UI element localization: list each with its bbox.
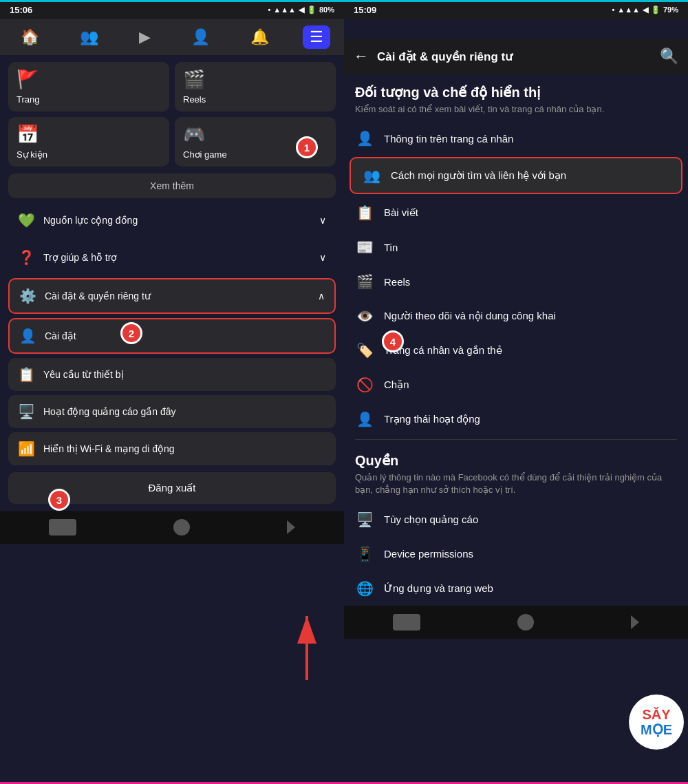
settings-list-2: 🖥️ Tùy chọn quảng cáo 📱 Device permissio… [344, 502, 688, 606]
caidat-label: Cài đặt [45, 330, 76, 341]
section-permissions-desc: Quản lý thông tin nào mà Facebook có thể… [355, 472, 677, 496]
android-square-btn-right[interactable] [393, 614, 420, 631]
wifi-label: Hiển thị Wi-Fi & mạng di động [43, 443, 175, 454]
baiviet-icon: 📋 [355, 204, 374, 221]
nav-menu[interactable]: ☰ [303, 25, 330, 49]
left-arrows-svg [0, 544, 344, 784]
watermark: SĂY MỌE [629, 695, 684, 750]
reels-label: Reels [183, 94, 206, 105]
android-square-btn[interactable] [49, 519, 76, 536]
community-chevron: ∨ [319, 215, 326, 226]
back-button[interactable]: ← [354, 47, 369, 65]
profile-tag-icon: 🏷️ [355, 342, 374, 359]
settings-item-device-perm[interactable]: 📱 Device permissions [344, 537, 688, 571]
community-icon: 💚 [18, 212, 35, 229]
nav-friends[interactable]: 👥 [73, 25, 105, 49]
apps-web-icon: 🌐 [355, 580, 374, 597]
sub-menu-hoatdong[interactable]: 🖥️ Hoạt động quảng cáo gần đây [8, 395, 336, 428]
android-home-btn[interactable] [173, 519, 190, 536]
help-label: Trợ giúp & hỗ trợ [43, 252, 117, 263]
settings-item-how-find[interactable]: 👥 Cách mọi người tìm và liên hệ với bạn [350, 157, 682, 194]
search-icon-right[interactable]: 🔍 [660, 47, 678, 65]
sub-menu-yeucau[interactable]: 📋 Yêu cầu từ thiết bị [8, 358, 336, 391]
step-4-circle: 4 [382, 330, 404, 352]
game-label: Chơi game [183, 149, 227, 160]
android-back-btn-right[interactable] [631, 615, 639, 629]
icon-card-reels[interactable]: 🎬 Reels [175, 62, 336, 112]
activity-label: Trạng thái hoạt động [384, 413, 480, 425]
bottom-bar-left [0, 511, 344, 544]
time-right: 15:09 [354, 5, 376, 15]
section-display: Đối tượng và chế độ hiển thị Kiểm soát a… [344, 74, 688, 121]
apps-web-label: Ứng dụng và trang web [384, 582, 493, 595]
android-home-btn-right[interactable] [517, 614, 534, 631]
battery-left: 80% [319, 6, 334, 14]
settings-item-reels-right[interactable]: 🎬 Reels [344, 264, 688, 299]
section-permissions-title: Quyền [355, 452, 677, 469]
tin-icon: 📰 [355, 239, 374, 255]
block-label: Chặn [384, 379, 409, 391]
settings-page-title: Cài đặt & quyền riêng tư [377, 50, 513, 64]
how-find-label: Cách mọi người tìm và liên hệ với bạn [391, 169, 566, 182]
menu-help[interactable]: ❓ Trợ giúp & hỗ trợ ∨ [8, 241, 336, 274]
menu-section: 💚 Nguồn lực cộng đồng ∨ ❓ Trợ giúp & hỗ … [0, 204, 344, 314]
right-panel: 15:09 • ▲▲▲ ◀ 🔋 79% ← Cài đặt & quyền ri… [344, 0, 688, 784]
settings-item-apps-web[interactable]: 🌐 Ứng dụng và trang web [344, 571, 688, 606]
time-left: 15:06 [10, 5, 32, 15]
top-nav-left: 🏠 👥 ▶ 👤 🔔 ☰ [0, 19, 344, 55]
reels-icon: 🎬 [183, 69, 205, 90]
ads-icon: 🖥️ [355, 511, 374, 528]
battery-right: 79% [663, 6, 678, 14]
tin-label: Tin [384, 242, 398, 253]
community-label: Nguồn lực cộng đồng [43, 215, 138, 226]
device-perm-icon: 📱 [355, 546, 374, 562]
nav-home[interactable]: 🏠 [14, 25, 46, 49]
section-divider [355, 439, 677, 440]
settings-item-baiviet[interactable]: 📋 Bài viết [344, 195, 688, 230]
reels-right-label: Reels [384, 276, 410, 288]
yeucau-icon: 📋 [18, 366, 35, 383]
settings-icon: ⚙️ [19, 288, 36, 304]
status-bar-right: 15:09 • ▲▲▲ ◀ 🔋 79% [344, 0, 688, 19]
help-chevron: ∨ [319, 252, 326, 263]
step-1-circle: 1 [296, 136, 318, 158]
nav-profile[interactable]: 👤 [184, 25, 217, 49]
baiviet-label: Bài viết [384, 206, 418, 219]
menu-community[interactable]: 💚 Nguồn lực cộng đồng ∨ [8, 204, 336, 237]
settings-list-1: 👤 Thông tin trên trang cá nhân 👥 Cách mọ… [344, 121, 688, 436]
sukien-icon: 📅 [17, 124, 39, 145]
bottom-bar-right [344, 606, 688, 639]
settings-chevron: ∧ [318, 290, 325, 301]
sukien-label: Sự kiện [17, 149, 47, 160]
left-panel: 15:06 • ▲▲▲ ◀ 🔋 80% 🏠 👥 ▶ 👤 🔔 ☰ 🚩 Trang … [0, 0, 344, 784]
sub-menu-wifi[interactable]: 📶 Hiển thị Wi-Fi & mạng di động [8, 432, 336, 465]
settings-item-profile-info[interactable]: 👤 Thông tin trên trang cá nhân [344, 121, 688, 156]
watermark-moe: MỌE [641, 722, 672, 737]
nav-notifications[interactable]: 🔔 [244, 25, 276, 49]
nav-watch[interactable]: ▶ [132, 25, 158, 49]
settings-item-block[interactable]: 🚫 Chặn [344, 368, 688, 402]
settings-item-ads[interactable]: 🖥️ Tùy chọn quảng cáo [344, 502, 688, 537]
trang-label: Trang [17, 94, 39, 105]
hoatdong-label: Hoạt động quảng cáo gần đây [43, 406, 175, 417]
settings-label: Cài đặt & quyền riêng tư [45, 290, 151, 301]
settings-item-activity[interactable]: 👤 Trạng thái hoạt động [344, 402, 688, 436]
ads-label: Tùy chọn quảng cáo [384, 513, 478, 526]
hoatdong-icon: 🖥️ [18, 403, 35, 420]
see-more-button[interactable]: Xem thêm [8, 173, 336, 198]
icon-card-trang[interactable]: 🚩 Trang [8, 62, 169, 112]
settings-item-followers[interactable]: 👁️ Người theo dõi và nội dung công khai [344, 299, 688, 333]
menu-settings-privacy[interactable]: ⚙️ Cài đặt & quyền riêng tư ∧ [8, 278, 336, 314]
game-icon: 🎮 [183, 124, 205, 145]
section-display-title: Đối tượng và chế độ hiển thị [355, 84, 677, 100]
profile-info-label: Thông tin trên trang cá nhân [384, 133, 513, 145]
icon-card-sukien[interactable]: 📅 Sự kiện [8, 117, 169, 167]
how-find-icon: 👥 [362, 167, 381, 184]
sub-menu-caidat[interactable]: 👤 Cài đặt [8, 318, 336, 354]
section-display-desc: Kiểm soát ai có thể xem bài viết, tin và… [355, 103, 677, 116]
watermark-say: SĂY [642, 707, 670, 722]
android-back-btn[interactable] [287, 520, 295, 534]
settings-item-tin[interactable]: 📰 Tin [344, 230, 688, 264]
device-perm-label: Device permissions [384, 548, 473, 560]
help-icon: ❓ [18, 249, 35, 266]
